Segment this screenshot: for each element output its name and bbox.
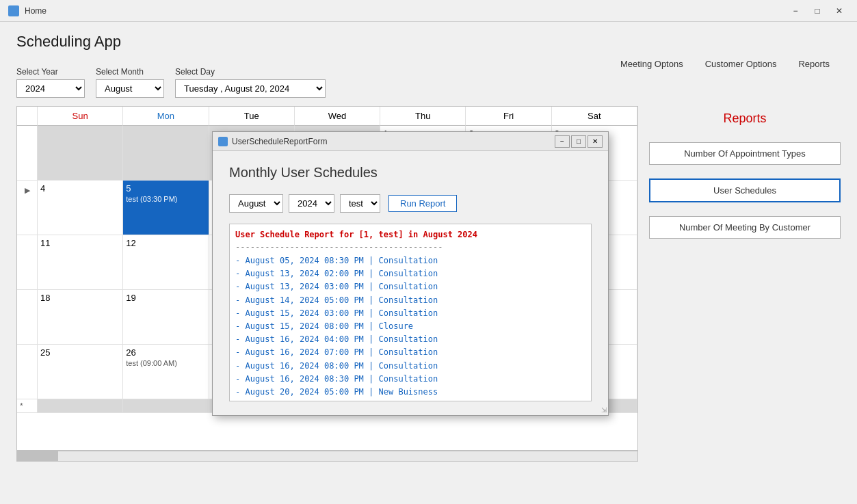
right-panel-title: Reports [649,111,841,126]
report-line: - August 16, 2024 08:30 PM | Consultatio… [235,373,585,386]
report-lines: - August 05, 2024 08:30 PM | Consultatio… [235,254,585,401]
minimize-button[interactable]: − [786,3,805,18]
cal-day-11[interactable]: 11 [38,235,123,290]
modal-title-bar: UserScheduleReportForm − □ ✕ [213,132,608,151]
modal-title-text: UserScheduleReportForm [232,137,555,146]
app-title: Scheduling App [16,33,841,51]
report-line: - August 14, 2024 05:00 PM | Consultatio… [235,294,585,307]
cal-extra-empty [123,399,209,413]
report-line: - August 16, 2024 04:00 PM | Consultatio… [235,333,585,346]
report-line: - August 16, 2024 08:00 PM | Consultatio… [235,360,585,373]
cal-week-num-1 [17,126,38,181]
cal-day-4[interactable]: 4 [38,181,123,235]
cal-week-num-3 [17,235,38,290]
modal-close-button[interactable]: ✕ [588,135,603,148]
cal-extra-empty [38,399,123,413]
cal-header-tue: Tue [209,107,295,126]
modal-dialog: UserScheduleReportForm − □ ✕ Monthly Use… [212,131,609,416]
modal-controls: − □ ✕ [555,135,603,148]
year-label: Select Year [16,67,85,77]
cal-header-sun: Sun [38,107,123,126]
calendar-scrollbar[interactable] [16,451,638,462]
tab-meeting-options[interactable]: Meeting Optons [609,55,694,73]
report-line: - August 20, 2024 05:00 PM | New Buisnes… [235,386,585,399]
report-line: - August 15, 2024 08:00 PM | Closure [235,320,585,333]
cal-week-num-2: ▶ [17,181,38,235]
cal-day-12[interactable]: 12 [123,235,209,290]
cal-day-19[interactable]: 19 [123,290,209,345]
right-panel: Reports Number Of Appointment Types User… [649,106,841,462]
month-label: Select Month [96,67,164,77]
report-line: - August 13, 2024 03:00 PM | Consultatio… [235,280,585,293]
cal-day-5-event: test (03:30 PM) [126,195,205,203]
day-label: Select Day [175,67,326,77]
cal-day-26[interactable]: 26 test (09:00 AM) [123,345,209,399]
cal-header-mon: Mon [123,107,209,126]
month-select[interactable]: August [96,79,164,98]
report-line: - August 26, 2024 02:00 PM | New Busines… [235,399,585,401]
cal-header-wed: Wed [295,107,380,126]
cal-header-thu: Thu [380,107,466,126]
modal-month-select[interactable]: August [229,194,283,213]
report-line: - August 13, 2024 02:00 PM | Consultatio… [235,267,585,280]
cal-extra-corner: * [17,399,38,413]
tab-customer-options[interactable]: Customer Options [694,55,788,73]
close-button[interactable]: ✕ [830,3,849,18]
cal-day-18[interactable]: 18 [38,290,123,345]
calendar-header: Sun Mon Tue Wed Thu Fri Sat [17,107,637,126]
month-group: Select Month August [96,67,164,98]
title-bar-text: Home [25,6,47,16]
modal-year-select[interactable]: 2024 [289,194,334,213]
report-line: - August 15, 2024 03:00 PM | Consultatio… [235,307,585,320]
day-select[interactable]: Tuesday , August 20, 2024 [175,79,326,98]
day-group: Select Day Tuesday , August 20, 2024 [175,67,326,98]
nav-tabs: Meeting Optons Customer Options Reports [609,55,841,73]
modal-heading: Monthly User Schedules [229,165,592,181]
report-line: - August 05, 2024 08:30 PM | Consultatio… [235,254,585,267]
cal-header-sat: Sat [552,107,637,126]
modal-user-select[interactable]: test [340,194,380,213]
tab-reports[interactable]: Reports [787,55,841,73]
report-btn-meeting-by-customer[interactable]: Number Of Meeting By Customer [649,216,841,239]
cal-day-5[interactable]: 5 test (03:30 PM) [123,181,209,235]
cal-day-26-event: test (09:00 AM) [126,359,205,367]
title-bar: Home − □ ✕ [0,0,857,22]
modal-maximize-button[interactable]: □ [571,135,586,148]
year-select[interactable]: 2024 2023 2025 [16,79,85,98]
modal-filters: August 2024 test Run Report [229,194,592,213]
modal-icon [218,137,228,146]
report-line: - August 16, 2024 07:00 PM | Consultatio… [235,346,585,359]
report-btn-user-schedules[interactable]: User Schedules [649,178,841,202]
report-header-text: User Schedule Report for [1, test] in Au… [235,230,585,239]
year-group: Select Year 2024 2023 2025 [16,67,85,98]
modal-minimize-button[interactable]: − [555,135,570,148]
cal-corner [17,107,38,126]
resize-handle[interactable]: ⇲ [601,406,607,414]
scrollbar-thumb[interactable] [17,451,58,461]
title-bar-controls: − □ ✕ [786,3,849,18]
cal-day-empty[interactable] [38,126,123,181]
app-icon [8,5,19,16]
cal-week-num-4 [17,290,38,345]
cal-week-num-5 [17,345,38,399]
run-report-button[interactable]: Run Report [388,195,457,212]
report-content-area[interactable]: User Schedule Report for [1, test] in Au… [229,224,592,401]
cal-header-fri: Fri [466,107,551,126]
report-btn-appointment-types[interactable]: Number Of Appointment Types [649,142,841,165]
modal-body: Monthly User Schedules August 2024 test … [213,151,608,415]
cal-day-empty[interactable] [123,126,209,181]
maximize-button[interactable]: □ [808,3,827,18]
cal-day-25[interactable]: 25 [38,345,123,399]
main-content: Scheduling App Meeting Optons Customer O… [0,22,857,504]
report-separator: ----------------------------------------… [235,242,585,252]
